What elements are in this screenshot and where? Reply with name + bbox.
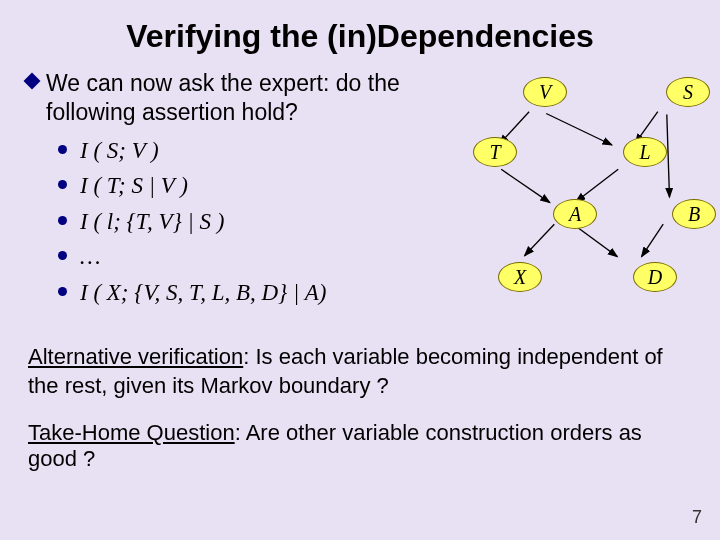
list-item: I ( T; S | V ) <box>58 168 458 204</box>
node-d: D <box>633 262 677 292</box>
diamond-bullet-icon <box>24 73 41 90</box>
lead-text: We can now ask the expert: do the follow… <box>46 70 400 125</box>
alt-label: Alternative verification <box>28 344 243 369</box>
node-a: A <box>553 199 597 229</box>
svg-line-1 <box>546 114 612 146</box>
slide-title: Verifying the (in)Dependencies <box>28 18 692 55</box>
list-item: I ( X; {V, S, T, L, B, D} | A) <box>58 275 458 311</box>
text-column: We can now ask the expert: do the follow… <box>28 69 458 329</box>
svg-line-4 <box>501 169 550 202</box>
take-home-question: Take-Home Question: Are other variable c… <box>28 420 692 472</box>
svg-line-5 <box>576 169 618 201</box>
node-v: V <box>523 77 567 107</box>
page-number: 7 <box>692 507 702 528</box>
list-item: … <box>58 239 458 275</box>
node-t: T <box>473 137 517 167</box>
take-home-label: Take-Home Question <box>28 420 235 445</box>
list-item: I ( l; {T, V} | S ) <box>58 204 458 240</box>
svg-line-3 <box>667 114 670 197</box>
svg-line-8 <box>642 224 664 256</box>
node-x: X <box>498 262 542 292</box>
lead-paragraph: We can now ask the expert: do the follow… <box>28 69 458 127</box>
assertion-list: I ( S; V ) I ( T; S | V ) I ( l; {T, V} … <box>58 133 458 311</box>
bayes-net-graph: V S T L A B X D <box>458 69 692 329</box>
alternative-verification: Alternative verification: Is each variab… <box>28 343 692 400</box>
svg-line-6 <box>525 224 555 256</box>
svg-line-7 <box>573 224 617 256</box>
list-item: I ( S; V ) <box>58 133 458 169</box>
body-row: We can now ask the expert: do the follow… <box>28 69 692 329</box>
node-l: L <box>623 137 667 167</box>
slide: Verifying the (in)Dependencies We can no… <box>0 0 720 540</box>
node-s: S <box>666 77 710 107</box>
node-b: B <box>672 199 716 229</box>
